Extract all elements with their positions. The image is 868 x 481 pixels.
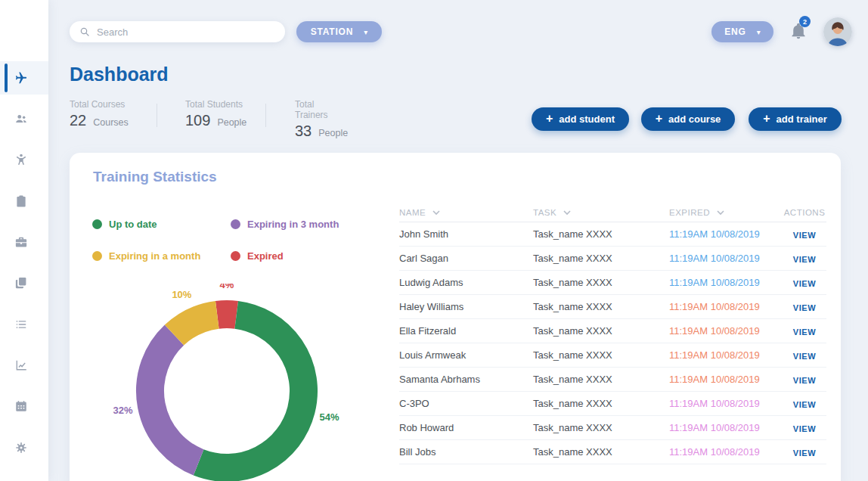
stat-unit: People xyxy=(217,117,246,128)
legend-item: Expired xyxy=(231,250,284,262)
expired-date: 11:19AM 10/08/2019 xyxy=(669,349,783,361)
column-label: ACTIONS xyxy=(784,208,826,217)
search-box[interactable] xyxy=(70,21,285,42)
task-name: Task_name XXXX xyxy=(533,253,669,264)
task-name: Task_name XXXX xyxy=(533,325,669,337)
table-row: Samanta AbrhamsTask_name XXXX11:19AM 10/… xyxy=(399,368,826,392)
student-name: Ludwig Adams xyxy=(399,277,533,288)
table-row: Rob HowardTask_name XXXX11:19AM 10/08/20… xyxy=(399,416,826,440)
task-name: Task_name XXXX xyxy=(533,277,669,288)
sidebar-item-tasks[interactable] xyxy=(0,309,48,340)
view-button[interactable]: VIEW xyxy=(793,448,817,458)
table-header: NAME TASK EXPIRED ACTIONS xyxy=(399,203,826,222)
chevron-down-icon xyxy=(717,209,724,216)
expired-date: 11:19AM 10/08/2019 xyxy=(669,253,783,264)
legend-label: Expired xyxy=(247,250,284,262)
donut-segment-expired xyxy=(217,314,236,315)
chevron-down-icon: ▾ xyxy=(364,28,367,36)
expired-date: 11:19AM 10/08/2019 xyxy=(669,398,783,409)
sidebar-item-settings[interactable] xyxy=(0,433,48,463)
view-button[interactable]: VIEW xyxy=(793,376,817,385)
notification-badge: 2 xyxy=(799,16,811,27)
sidebar-item-students[interactable] xyxy=(0,104,48,134)
stat-value: 109 xyxy=(185,112,210,129)
expired-date: 11:19AM 10/08/2019 xyxy=(669,374,783,385)
view-button[interactable]: VIEW xyxy=(793,400,817,409)
training-table: NAME TASK EXPIRED ACTIONS John SmithTask… xyxy=(399,203,826,464)
documents-icon xyxy=(14,276,28,290)
sidebar-item-documents[interactable] xyxy=(0,268,48,298)
stat-unit: People xyxy=(318,128,348,138)
actions-cell: VIEW xyxy=(783,300,826,314)
actions-cell: VIEW xyxy=(783,228,826,241)
expired-date: 11:19AM 10/08/2019 xyxy=(669,446,783,458)
column-header-name[interactable]: NAME xyxy=(399,208,533,217)
dashboard-screen: STATION ▾ ENG ▾ 2 Dashboard Total Course… xyxy=(0,0,868,481)
table-body: John SmithTask_name XXXX11:19AM 10/08/20… xyxy=(399,222,826,464)
view-button[interactable]: VIEW xyxy=(793,352,817,361)
legend-dot xyxy=(231,219,240,229)
training-statistics-card: Training Statistics Up to date Expiring … xyxy=(70,153,841,481)
add-student-button[interactable]: +add student xyxy=(532,107,629,131)
student-name: Louis Armweak xyxy=(399,349,533,361)
sidebar xyxy=(0,0,48,481)
donut-percentage-label: 10% xyxy=(172,289,191,300)
actions-cell: VIEW xyxy=(783,397,826,411)
legend-dot xyxy=(92,251,102,261)
view-button[interactable]: VIEW xyxy=(793,303,817,312)
donut-percentage-label: 32% xyxy=(113,405,132,416)
search-input[interactable] xyxy=(97,26,276,38)
language-dropdown[interactable]: ENG ▾ xyxy=(711,21,773,42)
student-name: John Smith xyxy=(399,228,533,240)
view-button[interactable]: VIEW xyxy=(793,231,817,240)
card-title: Training Statistics xyxy=(93,169,217,185)
column-header-expired[interactable]: EXPIRED xyxy=(669,208,783,217)
notifications-button[interactable]: 2 xyxy=(789,20,812,42)
view-button[interactable]: VIEW xyxy=(793,255,817,264)
sidebar-item-trainers[interactable] xyxy=(0,144,48,175)
avatar[interactable] xyxy=(823,17,852,46)
legend-item: Expiring in 3 month xyxy=(231,219,339,230)
add-course-button[interactable]: +add course xyxy=(641,107,735,131)
view-button[interactable]: VIEW xyxy=(793,279,817,288)
list-icon xyxy=(14,318,28,331)
plus-icon: + xyxy=(763,112,770,126)
view-button[interactable]: VIEW xyxy=(793,327,817,337)
view-button[interactable]: VIEW xyxy=(793,424,817,433)
add-trainer-button[interactable]: +add trainer xyxy=(749,107,842,131)
users-icon xyxy=(14,112,28,126)
expired-date: 11:19AM 10/08/2019 xyxy=(669,228,783,240)
expired-date: 11:19AM 10/08/2019 xyxy=(669,277,783,288)
actions-cell: VIEW xyxy=(783,276,826,290)
actions-cell: VIEW xyxy=(783,324,826,338)
stat-total-courses: Total Courses 22Courses xyxy=(70,99,129,129)
table-row: John SmithTask_name XXXX11:19AM 10/08/20… xyxy=(399,222,826,247)
task-name: Task_name XXXX xyxy=(533,398,669,409)
line-chart-icon xyxy=(14,358,28,372)
stat-label: Total Students xyxy=(185,99,246,110)
task-name: Task_name XXXX xyxy=(533,349,669,361)
sidebar-item-courses[interactable] xyxy=(0,186,48,216)
station-dropdown[interactable]: STATION ▾ xyxy=(296,21,382,42)
sidebar-item-equipment[interactable] xyxy=(0,227,48,257)
donut-percentage-label: 4% xyxy=(220,284,234,290)
column-header-task[interactable]: TASK xyxy=(533,208,669,217)
stat-value: 22 xyxy=(70,112,86,129)
task-name: Task_name XXXX xyxy=(533,228,669,240)
legend-dot xyxy=(92,219,102,229)
sidebar-item-schedule[interactable] xyxy=(0,391,48,421)
column-label: EXPIRED xyxy=(669,208,710,217)
legend-dot xyxy=(231,251,240,261)
sidebar-item-flights[interactable] xyxy=(0,61,48,95)
calendar-icon xyxy=(14,399,28,413)
actions-cell: VIEW xyxy=(783,421,826,435)
task-name: Task_name XXXX xyxy=(533,374,669,385)
legend-item: Expiring in a month xyxy=(92,250,200,262)
stat-value: 33 xyxy=(295,123,312,140)
legend-item: Up to date xyxy=(92,219,157,230)
donut-chart: 4%54%32%10% xyxy=(91,284,363,481)
student-name: Carl Sagan xyxy=(399,253,533,264)
sidebar-item-statistics[interactable] xyxy=(0,350,48,380)
search-icon xyxy=(79,26,91,38)
column-label: NAME xyxy=(399,208,426,217)
